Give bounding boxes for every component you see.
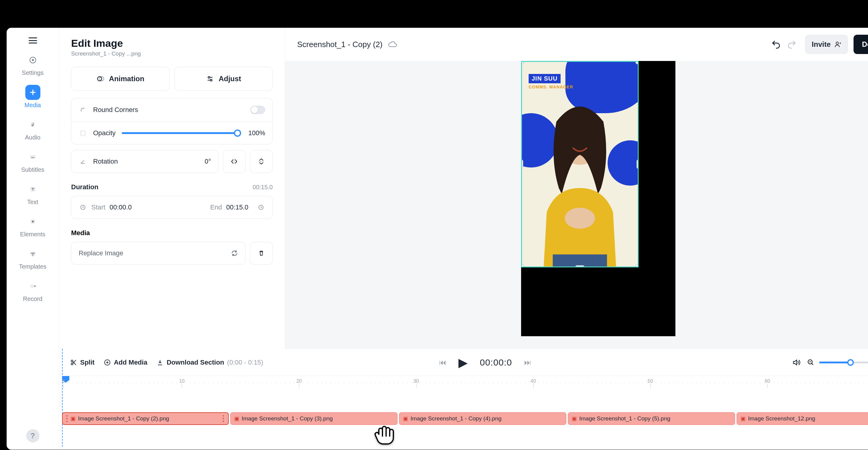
- rail-text[interactable]: Text: [7, 179, 59, 208]
- menu-button[interactable]: [26, 34, 39, 47]
- download-range: (0:00 - 0:15): [227, 359, 264, 366]
- undo-button[interactable]: [768, 36, 784, 52]
- rail-label: Record: [23, 296, 42, 302]
- flip-horizontal-button[interactable]: [223, 150, 246, 173]
- left-rail: Settings Media Audio Subtitles Text: [7, 28, 59, 450]
- rail-audio[interactable]: Audio: [7, 114, 59, 144]
- animation-tab[interactable]: Animation: [71, 67, 170, 91]
- cloud-sync-icon[interactable]: [388, 40, 397, 49]
- timeline-clip[interactable]: ▣Image Screenshot_1 - Copy (3).png: [230, 412, 398, 425]
- rail-media[interactable]: Media: [7, 82, 59, 112]
- timeline-clip[interactable]: ▣Image Screenshot_1 - Copy (5).png: [568, 412, 735, 425]
- skip-back-button[interactable]: ⏮: [439, 358, 446, 367]
- settings-icon: [25, 53, 40, 67]
- image-icon: ▣: [741, 415, 746, 422]
- replace-image-button[interactable]: Replace Image: [71, 242, 246, 265]
- text-icon: [25, 182, 40, 197]
- resize-handle[interactable]: [635, 264, 639, 268]
- timeline-clip[interactable]: ▣Image Screenshot_12.png: [737, 412, 868, 425]
- resize-handle[interactable]: [575, 265, 584, 268]
- add-media-button[interactable]: Add Media: [104, 359, 147, 366]
- corner-icon: [79, 106, 87, 114]
- download-label: Download Section: [167, 359, 224, 366]
- svg-rect-5: [33, 157, 34, 158]
- delete-media-button[interactable]: [250, 242, 273, 265]
- timeline-tracks[interactable]: ▣Image Screenshot_1 - Copy (2).png▣Image…: [59, 391, 868, 426]
- refresh-icon: [231, 250, 238, 257]
- plus-icon: [25, 85, 40, 100]
- ruler-tick: 60: [765, 378, 770, 384]
- svg-rect-15: [81, 131, 85, 135]
- opacity-slider[interactable]: [122, 132, 239, 134]
- project-title[interactable]: Screenshot_1 - Copy (2): [297, 40, 382, 49]
- selected-image[interactable]: JIN SUU COMMS. MANAGER: [521, 61, 639, 268]
- media-section-title: Media: [71, 229, 273, 237]
- round-corners-toggle[interactable]: [250, 106, 265, 114]
- duration-box[interactable]: Start 00:00.0 End 00:15.0: [71, 196, 273, 219]
- video-canvas[interactable]: JIN SUU COMMS. MANAGER: [521, 61, 675, 336]
- rail-label: Templates: [19, 263, 46, 270]
- tab-label: Animation: [109, 75, 144, 83]
- record-icon: [25, 279, 40, 294]
- skip-forward-button[interactable]: ⏭: [524, 358, 531, 367]
- rotation-input[interactable]: [124, 158, 211, 165]
- resize-handle[interactable]: [521, 264, 524, 268]
- svg-rect-3: [30, 155, 35, 159]
- opacity-row: Opacity 100%: [71, 121, 273, 144]
- opacity-value: 100%: [244, 129, 265, 137]
- top-bar: Screenshot_1 - Copy (2) Invite Done: [285, 28, 868, 61]
- rail-label: Settings: [22, 69, 43, 76]
- templates-icon: [25, 246, 40, 261]
- resize-handle[interactable]: [521, 61, 524, 64]
- clip-label: Image Screenshot_1 - Copy (4).png: [410, 415, 501, 422]
- play-button[interactable]: ▶: [458, 356, 468, 369]
- clock-icon: [257, 203, 265, 212]
- timeline-controls: Split Add Media Download Section (0:00 -…: [59, 349, 868, 376]
- done-label: Done: [862, 40, 868, 49]
- app-window: Settings Media Audio Subtitles Text: [7, 28, 868, 450]
- zoom-slider[interactable]: [819, 362, 868, 363]
- canvas-area[interactable]: JIN SUU COMMS. MANAGER: [285, 61, 868, 349]
- image-icon: ▣: [234, 415, 239, 422]
- done-button[interactable]: Done: [854, 35, 868, 54]
- svg-point-14: [210, 79, 212, 81]
- edit-panel: Edit Image Screenshot_1 - Copy ...png An…: [59, 28, 285, 349]
- rail-subtitles[interactable]: Subtitles: [7, 146, 59, 176]
- invite-button[interactable]: Invite: [805, 35, 848, 54]
- image-icon: ▣: [572, 415, 577, 422]
- svg-point-25: [71, 363, 73, 365]
- person-add-icon: [834, 41, 841, 48]
- tab-label: Adjust: [218, 75, 241, 83]
- volume-button[interactable]: [792, 358, 801, 367]
- rail-templates[interactable]: Templates: [7, 243, 59, 273]
- help-button[interactable]: ?: [26, 429, 39, 443]
- rail-settings[interactable]: Settings: [7, 50, 59, 79]
- flip-v-icon: [257, 158, 265, 165]
- redo-button[interactable]: [784, 36, 800, 52]
- rail-record[interactable]: Record: [7, 276, 59, 305]
- start-value: 00:00.0: [110, 203, 131, 211]
- duration-total: 00:15.0: [253, 184, 273, 191]
- panel-title: Edit Image: [71, 37, 273, 49]
- rail-elements[interactable]: Elements: [7, 211, 59, 241]
- panel-subtitle: Screenshot_1 - Copy ...png: [71, 50, 273, 57]
- resize-handle[interactable]: [637, 160, 639, 169]
- timeline-clip[interactable]: ▣Image Screenshot_1 - Copy (4).png: [399, 412, 566, 425]
- resize-handle[interactable]: [521, 160, 523, 169]
- adjust-tab[interactable]: Adjust: [175, 67, 273, 91]
- timeline-ruler[interactable]: 010203040506070: [59, 376, 868, 391]
- split-button[interactable]: Split: [70, 359, 95, 366]
- ruler-tick: 40: [530, 378, 536, 384]
- animation-icon: [96, 75, 105, 83]
- end-value: 00:15.0: [226, 203, 248, 211]
- clip-label: Image Screenshot_1 - Copy (2).png: [78, 415, 169, 422]
- zoom-out-button[interactable]: [807, 359, 814, 366]
- flip-vertical-button[interactable]: [250, 150, 273, 173]
- rotation-field[interactable]: Rotation: [71, 150, 218, 173]
- svg-rect-4: [31, 157, 33, 158]
- download-section-button[interactable]: Download Section (0:00 - 0:15): [156, 359, 264, 366]
- add-media-label: Add Media: [114, 359, 147, 366]
- time-display: 00:00:0: [480, 357, 512, 368]
- rail-label: Elements: [20, 231, 45, 238]
- timeline-clip[interactable]: ▣Image Screenshot_1 - Copy (2).png: [62, 412, 229, 425]
